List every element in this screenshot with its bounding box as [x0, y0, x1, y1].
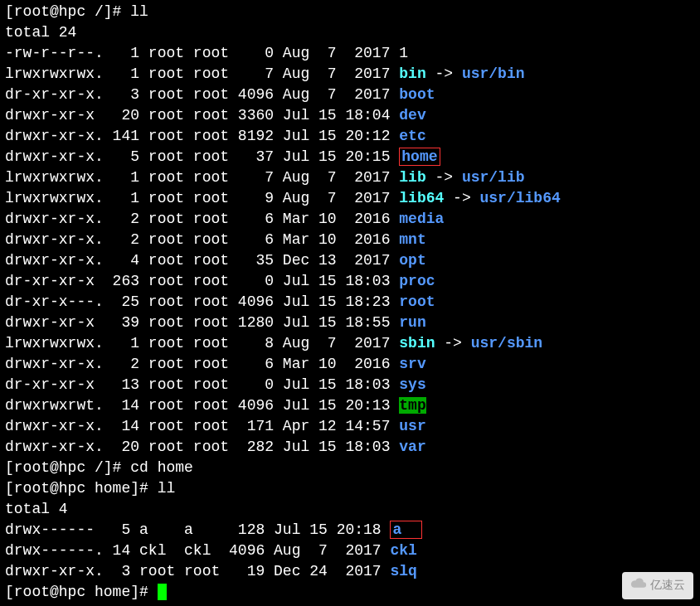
symlink-target: usr/bin — [462, 65, 525, 82]
ls-row: drwx------ 5 a a 128 Jul 15 20:18 a — [5, 520, 695, 541]
ls-row: drwxr-xr-x. 14 root root 171 Apr 12 14:5… — [5, 416, 695, 437]
ls-row: -rw-r--r--. 1 root root 0 Aug 7 2017 1 — [5, 43, 695, 64]
prompt-line: [root@hpc home]# — [5, 582, 695, 603]
ls-row: dr-xr-xr-x. 3 root root 4096 Aug 7 2017 … — [5, 85, 695, 105]
watermark-badge: 亿速云 — [622, 572, 693, 599]
ls-row: lrwxrwxrwx. 1 root root 9 Aug 7 2017 lib… — [5, 188, 695, 209]
ls-row: drwxr-xr-x. 20 root root 282 Jul 15 18:0… — [5, 437, 695, 458]
directory: usr — [399, 418, 425, 434]
ls-row: drwxr-xr-x. 2 root root 6 Mar 10 2016 mn… — [5, 230, 695, 250]
symlink-name: sbin — [399, 335, 435, 351]
ls-row: dr-xr-x---. 25 root root 4096 Jul 15 18:… — [5, 292, 695, 313]
total-line: total 4 — [5, 499, 695, 520]
symlink-name: bin — [399, 65, 425, 82]
symlink-arrow: -> — [426, 169, 462, 186]
ls-row: drwxr-xr-x. 5 root root 37 Jul 15 20:15 … — [5, 147, 695, 167]
prompt-line: [root@hpc home]# ll — [5, 478, 695, 499]
ls-row: drwxrwxrwt. 14 root root 4096 Jul 15 20:… — [5, 395, 695, 416]
watermark-text: 亿速云 — [650, 575, 685, 596]
ls-row: drwxr-xr-x. 2 root root 6 Mar 10 2016 sr… — [5, 354, 695, 375]
directory: ckl — [390, 542, 416, 559]
directory: root — [399, 293, 435, 310]
ls-row: dr-xr-xr-x 263 root root 0 Jul 15 18:03 … — [5, 271, 695, 292]
symlink-arrow: -> — [435, 335, 471, 351]
highlighted-dir: a — [390, 521, 421, 539]
directory: slq — [390, 563, 416, 579]
directory: sys — [399, 376, 425, 393]
directory: etc — [399, 128, 425, 144]
ls-row: drwxr-xr-x. 3 root root 19 Dec 24 2017 s… — [5, 561, 695, 582]
ls-row: drwxr-xr-x 39 root root 1280 Jul 15 18:5… — [5, 313, 695, 333]
directory: run — [399, 314, 425, 331]
symlink-name: lib — [399, 169, 425, 186]
total-line: total 24 — [5, 22, 695, 43]
directory: proc — [399, 273, 435, 289]
symlink-arrow: -> — [426, 65, 462, 82]
directory: mnt — [399, 231, 425, 248]
sticky-dir: tmp — [399, 397, 425, 414]
ls-row: lrwxrwxrwx. 1 root root 7 Aug 7 2017 bin… — [5, 64, 695, 85]
ls-row: drwxr-xr-x. 141 root root 8192 Jul 15 20… — [5, 126, 695, 147]
directory: var — [399, 439, 425, 455]
symlink-target: usr/sbin — [471, 335, 542, 351]
ls-row: drwxr-xr-x 20 root root 3360 Jul 15 18:0… — [5, 105, 695, 126]
highlighted-dir: home — [399, 148, 440, 166]
directory: srv — [399, 356, 425, 372]
ls-row: drwxr-xr-x. 2 root root 6 Mar 10 2016 me… — [5, 209, 695, 230]
symlink-arrow: -> — [444, 190, 479, 206]
file-name: 1 — [399, 45, 408, 61]
directory: dev — [399, 107, 425, 124]
directory: boot — [399, 86, 435, 103]
symlink-name: lib64 — [399, 190, 444, 206]
symlink-target: usr/lib64 — [480, 190, 561, 206]
symlink-target: usr/lib — [462, 169, 525, 186]
terminal-output[interactable]: [root@hpc /]# lltotal 24-rw-r--r--. 1 ro… — [5, 2, 695, 603]
cloud-icon — [630, 575, 647, 596]
directory: opt — [399, 252, 425, 269]
prompt-line: [root@hpc /]# ll — [5, 2, 695, 22]
ls-row: drwx------. 14 ckl ckl 4096 Aug 7 2017 c… — [5, 541, 695, 561]
prompt-line: [root@hpc /]# cd home — [5, 458, 695, 478]
ls-row: lrwxrwxrwx. 1 root root 7 Aug 7 2017 lib… — [5, 167, 695, 188]
ls-row: dr-xr-xr-x 13 root root 0 Jul 15 18:03 s… — [5, 375, 695, 395]
directory: media — [399, 211, 444, 227]
ls-row: drwxr-xr-x. 4 root root 35 Dec 13 2017 o… — [5, 250, 695, 271]
ls-row: lrwxrwxrwx. 1 root root 8 Aug 7 2017 sbi… — [5, 333, 695, 354]
cursor[interactable] — [158, 584, 167, 600]
